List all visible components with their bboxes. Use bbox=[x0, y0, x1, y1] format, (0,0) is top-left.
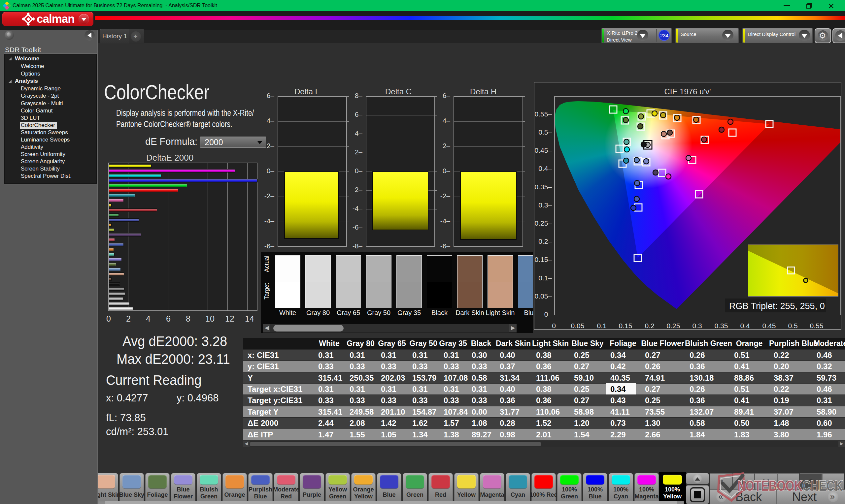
svg-text:NOTEBOOK: NOTEBOOK bbox=[737, 478, 803, 494]
svg-text:CHECK: CHECK bbox=[803, 478, 843, 494]
